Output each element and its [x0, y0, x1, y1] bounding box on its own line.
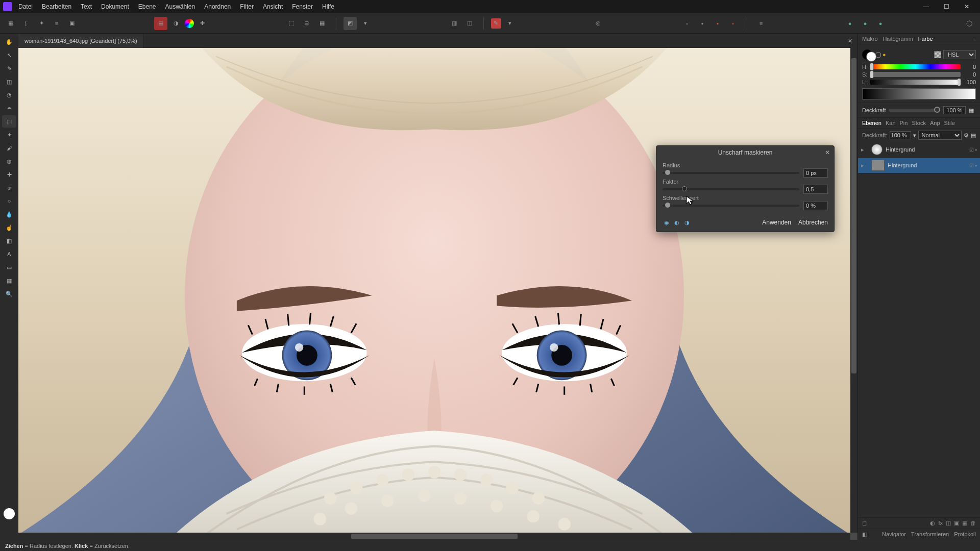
layer-thumbnail[interactable] [871, 160, 885, 171]
bottom-tab-protokoll[interactable]: Protokoll [954, 531, 976, 538]
selection-subtract-icon[interactable]: ⊟ [300, 17, 313, 30]
menu-filter[interactable]: Filter [240, 3, 254, 10]
layer-tab-stile[interactable]: Stile [944, 120, 955, 126]
document-tab[interactable]: woman-1919143_640.jpg [Geändert] (75,0%) [18, 34, 144, 48]
persona-photo-icon[interactable]: ▦ [4, 17, 17, 30]
menu-datei[interactable]: Datei [18, 3, 33, 10]
visibility-icon[interactable]: ▸ [861, 146, 868, 153]
layer-row[interactable]: ▸Hintergrund☑ ▪ [858, 142, 980, 158]
sync-b-icon[interactable]: ● [859, 17, 872, 30]
dialog-titlebar[interactable]: Unscharf maskieren ✕ [656, 146, 834, 159]
source-color-icon[interactable] [185, 19, 194, 28]
arrange-forward-icon[interactable]: ▪ [711, 17, 724, 30]
crop-icon[interactable]: ▥ [448, 17, 461, 30]
source-gray-icon[interactable]: ◑ [169, 17, 183, 30]
sync-c-icon[interactable]: ● [874, 17, 887, 30]
blend-mode-select[interactable]: Normal [918, 131, 962, 140]
persona-export-icon[interactable]: ▣ [65, 17, 79, 30]
horizontal-scrollbar[interactable] [18, 533, 850, 540]
maximize-button[interactable]: ☐ [936, 0, 957, 13]
gradient-tool-icon[interactable]: ◔ [2, 89, 16, 101]
menu-dokument[interactable]: Dokument [101, 3, 129, 10]
assistant-icon[interactable]: ✎ [491, 18, 501, 29]
erase-tool-icon[interactable]: ◧ [2, 235, 16, 247]
delete-layer-icon[interactable]: 🗑 [970, 520, 976, 527]
move-tool-icon[interactable]: ↖ [2, 49, 16, 61]
opacity-input[interactable] [943, 106, 966, 114]
canvas[interactable] [18, 48, 850, 533]
color-chip-icon[interactable]: ● [883, 52, 886, 58]
none-color-icon[interactable] [934, 51, 941, 58]
radius-slider[interactable] [663, 172, 799, 174]
assistant-dropdown-icon[interactable]: ▾ [503, 17, 517, 30]
align-icon[interactable]: ≡ [754, 17, 768, 30]
text-tool-icon[interactable]: A [2, 248, 16, 260]
studio-tab-histogramm[interactable]: Histogramm [883, 36, 913, 42]
fx-icon[interactable]: fx [938, 520, 943, 527]
light-slider[interactable] [870, 80, 961, 85]
selection-tool-icon[interactable]: ⬚ [2, 115, 16, 128]
layer-flags[interactable]: ☑ ▪ [969, 147, 977, 153]
close-button[interactable]: ✕ [957, 0, 977, 13]
radius-input[interactable] [803, 168, 828, 178]
bottom-tab-navigator[interactable]: Navigator [882, 531, 906, 538]
menu-anordnen[interactable]: Anordnen [204, 3, 231, 10]
selection-add-icon[interactable]: ⬚ [285, 17, 298, 30]
pen-tool-icon[interactable]: ✒ [2, 102, 16, 114]
blur-tool-icon[interactable]: 💧 [2, 208, 16, 220]
threshold-slider[interactable] [663, 205, 799, 207]
layer-tab-ebenen[interactable]: Ebenen [862, 120, 881, 126]
sat-slider[interactable] [870, 72, 961, 77]
menu-ansicht[interactable]: Ansicht [263, 3, 283, 10]
dodge-tool-icon[interactable]: ○ [2, 195, 16, 207]
quickmask-dropdown-icon[interactable]: ▾ [359, 17, 372, 30]
panel-anchor-icon[interactable]: ◧ [862, 531, 867, 538]
source-red-icon[interactable]: ▤ [154, 17, 167, 30]
mask-icon[interactable]: ◻ [862, 520, 867, 527]
cancel-button[interactable]: Abbrechen [798, 219, 828, 226]
persona-develop-icon[interactable]: ✦ [35, 17, 48, 30]
layer-tab-pin[interactable]: Pin [900, 120, 908, 126]
flood-select-tool-icon[interactable]: ✦ [2, 129, 16, 141]
add-pixel-icon[interactable]: ▦ [962, 520, 967, 527]
tint-gradient[interactable] [862, 88, 976, 99]
panel-options-icon[interactable]: ≡ [973, 36, 976, 42]
menu-bearbeiten[interactable]: Bearbeiten [42, 3, 71, 10]
menu-auswählen[interactable]: Auswählen [165, 3, 195, 10]
bottom-tab-transformieren[interactable]: Transformieren [911, 531, 949, 538]
heal-tool-icon[interactable]: ✚ [2, 168, 16, 181]
dialog-close-icon[interactable]: ✕ [825, 149, 830, 156]
vertical-scrollbar[interactable] [850, 48, 857, 533]
menu-hilfe[interactable]: Hilfe [322, 3, 334, 10]
noise-icon[interactable]: ▦ [969, 107, 976, 114]
mesh-tool-icon[interactable]: ▦ [2, 274, 16, 287]
opacity-slider[interactable] [889, 109, 940, 112]
layer-row[interactable]: ▸Hintergrund☑ ▪ [858, 158, 980, 173]
selection-intersect-icon[interactable]: ▦ [315, 17, 329, 30]
snapshot-icon[interactable]: ◎ [592, 17, 605, 30]
brush-tool-icon[interactable]: 🖌 [2, 142, 16, 154]
clone-tool-icon[interactable]: ⍟ [2, 182, 16, 194]
sync-a-icon[interactable]: ● [843, 17, 856, 30]
menu-text[interactable]: Text [81, 3, 92, 10]
studio-tab-farbe[interactable]: Farbe [918, 36, 933, 42]
crop-tool-icon[interactable]: ◫ [2, 76, 16, 88]
persona-tone-icon[interactable]: ≡ [50, 17, 63, 30]
foreground-color-swatch[interactable] [4, 508, 15, 519]
layer-thumbnail[interactable] [871, 144, 883, 155]
source-auto-icon[interactable]: ✚ [196, 17, 209, 30]
studio-tab-makro[interactable]: Makro [862, 36, 878, 42]
factor-input[interactable] [803, 185, 828, 194]
preview-off-icon[interactable]: ◉ [663, 218, 671, 227]
arrange-backward-icon[interactable]: ▪ [696, 17, 709, 30]
factor-slider[interactable] [663, 188, 799, 190]
layer-settings-icon[interactable]: ⚙ [964, 132, 969, 139]
layer-tab-stock[interactable]: Stock [912, 120, 926, 126]
shape-tool-icon[interactable]: ▭ [2, 261, 16, 273]
menu-ebene[interactable]: Ebene [138, 3, 156, 10]
preview-mirror-icon[interactable]: ◑ [683, 218, 691, 227]
account-icon[interactable]: ◯ [963, 17, 976, 30]
zoom-tool-icon[interactable]: 🔍 [2, 288, 16, 300]
straighten-icon[interactable]: ◫ [463, 17, 476, 30]
adjustment-icon[interactable]: ◐ [930, 520, 935, 527]
